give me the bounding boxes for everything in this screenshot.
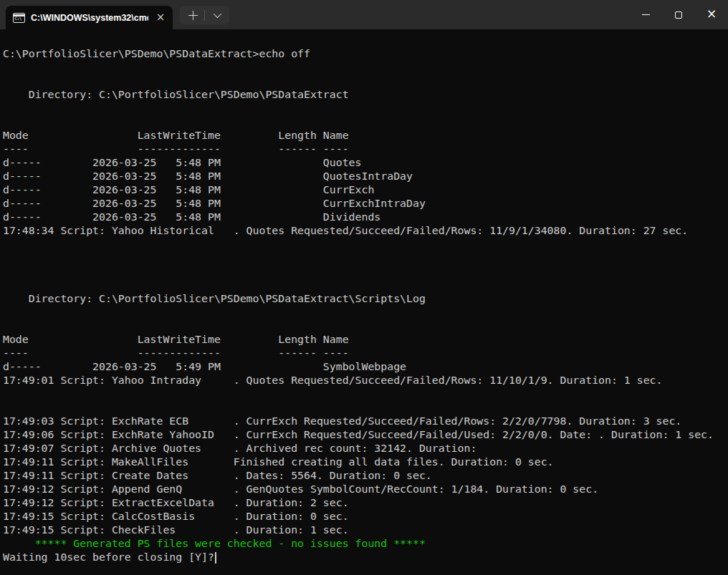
terminal-line: 17:49:07 Script: Archive Quotes . Archiv… [3,442,728,455]
terminal-line: d----- 2026-03-25 5:48 PM Quotes [3,156,728,170]
terminal-line: 17:49:01 Script: Yahoo Intraday . Quotes… [3,374,728,387]
terminal-window: C:\ C:\WINDOWS\system32\cmd. × × [0,0,728,575]
terminal-line [3,265,728,279]
terminal-line: 17:49:11 Script: Create Dates . Dates: 5… [3,469,728,483]
terminal-line [3,387,728,401]
terminal-line [3,115,728,129]
terminal-line [3,238,728,251]
terminal-line: 17:49:06 Script: ExchRate YahooID . Curr… [3,428,728,442]
close-button[interactable]: × [695,0,728,29]
terminal-line: d----- 2026-03-25 5:48 PM QuotesIntraDay [3,170,728,183]
terminal-line: 17:49:12 Script: ExtractExcelData . Dura… [3,496,728,510]
terminal-line: Mode LastWriteTime Length Name [3,129,728,142]
tab-cmd[interactable]: C:\ C:\WINDOWS\system32\cmd. × [6,6,173,29]
terminal-line [3,74,728,88]
terminal-line [3,306,728,319]
text-cursor [215,552,216,564]
terminal-line [3,102,728,115]
terminal-line: d----- 2026-03-25 5:48 PM CurrExchIntraD… [3,197,728,211]
terminal-line: d----- 2026-03-25 5:48 PM CurrExch [3,183,728,197]
terminal-line: Directory: C:\PortfolioSlicer\PSDemo\PSD… [3,292,728,306]
maximize-button[interactable] [662,0,695,29]
tab-dropdown-button[interactable] [205,6,228,24]
terminal-line: 17:49:11 Script: MakeAllFiles Finished c… [3,455,728,469]
terminal-line: 17:49:15 Script: CalcCostBasis . Duratio… [3,510,728,523]
terminal-line: ***** Generated PS files were checked - … [3,537,728,551]
new-tab-group [180,6,229,24]
terminal-line [3,251,728,265]
terminal-output: C:\PortfolioSlicer\PSDemo\PSDataExtract>… [3,47,728,564]
terminal-line: d----- 2026-03-25 5:48 PM Dividends [3,211,728,224]
terminal-line [3,61,728,74]
terminal-line: 17:49:03 Script: ExchRate ECB . CurrExch… [3,415,728,428]
cmd-prompt-icon: C:\ [13,13,25,23]
maximize-icon [675,11,682,19]
tab-title: C:\WINDOWS\system32\cmd. [31,13,148,23]
terminal-line: Directory: C:\PortfolioSlicer\PSDemo\PSD… [3,88,728,102]
title-bar: C:\ C:\WINDOWS\system32\cmd. × × [0,0,728,29]
terminal-line: ---- ------------- ------ ---- [3,142,728,156]
close-icon: × [707,8,717,20]
terminal-line: d----- 2026-03-25 5:49 PM SymbolWebpage [3,360,728,374]
terminal-line: ---- ------------- ------ ---- [3,347,728,360]
terminal-line [3,319,728,333]
tab-close-icon[interactable]: × [154,11,167,24]
terminal-line: C:\PortfolioSlicer\PSDemo\PSDataExtract>… [3,47,728,61]
cmd-icon-text: C:\ [15,16,21,21]
terminal-line: Mode LastWriteTime Length Name [3,333,728,347]
window-controls: × [629,0,728,29]
chevron-down-icon [214,10,221,18]
minimize-button[interactable] [629,0,662,29]
tab-strip: C:\ C:\WINDOWS\system32\cmd. × [0,0,173,29]
terminal-line: 17:48:34 Script: Yahoo Historical . Quot… [3,224,728,238]
terminal-screen[interactable]: C:\PortfolioSlicer\PSDemo\PSDataExtract>… [0,29,728,575]
terminal-line: 17:49:15 Script: CheckFiles . Duration: … [3,523,728,537]
terminal-line: Waiting 10sec before closing [Y]? [3,551,728,564]
new-tab-button[interactable] [181,6,204,24]
terminal-line [3,279,728,292]
plus-icon [188,11,198,20]
terminal-line [3,401,728,415]
minimize-icon [642,14,650,15]
terminal-line: 17:49:12 Script: Append GenQ . GenQuotes… [3,483,728,496]
